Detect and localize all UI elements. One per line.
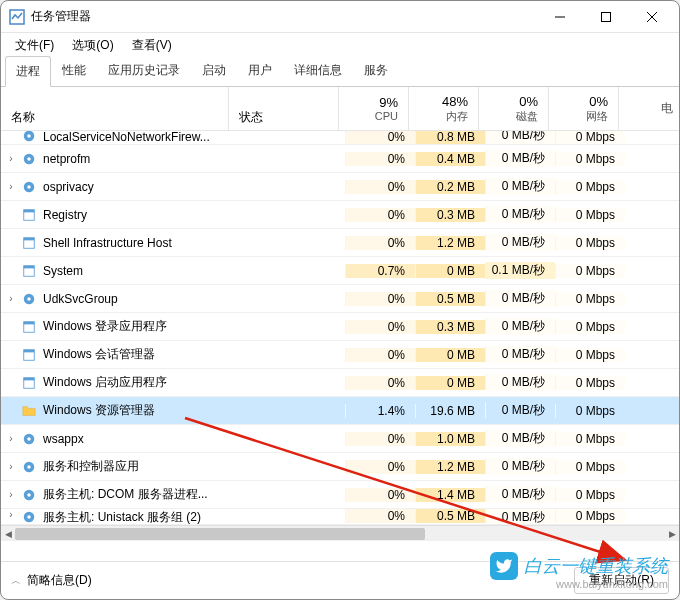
process-row[interactable]: ›netprofm0%0.4 MB0 MB/秒0 Mbps	[1, 145, 679, 173]
task-manager-window: 任务管理器 文件(F) 选项(O) 查看(V) 进程 性能 应用历史记录 启动 …	[0, 0, 680, 600]
svg-rect-12	[24, 209, 35, 212]
svg-point-26	[27, 437, 31, 441]
expander-icon[interactable]: ›	[1, 509, 21, 520]
disk-value: 0 MB/秒	[485, 509, 555, 525]
process-row[interactable]: ›osprivacy0%0.2 MB0 MB/秒0 Mbps	[1, 173, 679, 201]
close-button[interactable]	[629, 2, 675, 32]
minimize-button[interactable]	[537, 2, 583, 32]
process-name: 服务主机: Unistack 服务组 (2)	[43, 509, 235, 525]
svg-rect-20	[24, 321, 35, 324]
col-tail[interactable]: 电	[619, 87, 679, 130]
scroll-thumb[interactable]	[15, 528, 425, 540]
process-row[interactable]: ›服务和控制器应用0%1.2 MB0 MB/秒0 Mbps	[1, 453, 679, 481]
memory-value: 19.6 MB	[415, 404, 485, 418]
menubar: 文件(F) 选项(O) 查看(V)	[1, 33, 679, 57]
process-icon	[21, 487, 37, 503]
process-row[interactable]: Windows 资源管理器1.4%19.6 MB0 MB/秒0 Mbps	[1, 397, 679, 425]
col-cpu[interactable]: 9%CPU	[339, 87, 409, 130]
process-row[interactable]: Shell Infrastructure Host0%1.2 MB0 MB/秒0…	[1, 229, 679, 257]
tab-performance[interactable]: 性能	[51, 55, 97, 86]
tab-services[interactable]: 服务	[353, 55, 399, 86]
col-status[interactable]: 状态	[229, 87, 339, 130]
memory-value: 0.5 MB	[415, 509, 485, 523]
titlebar[interactable]: 任务管理器	[1, 1, 679, 33]
process-row[interactable]: ›服务主机: DCOM 服务器进程...0%1.4 MB0 MB/秒0 Mbps	[1, 481, 679, 509]
network-value: 0 Mbps	[555, 180, 625, 194]
disk-value: 0 MB/秒	[485, 346, 555, 363]
col-disk[interactable]: 0%磁盘	[479, 87, 549, 130]
cpu-value: 0%	[345, 348, 415, 362]
restart-button[interactable]: 重新启动(R)	[574, 567, 669, 594]
process-icon	[21, 403, 37, 419]
expander-icon[interactable]: ›	[1, 153, 21, 164]
process-row[interactable]: Windows 启动应用程序0%0 MB0 MB/秒0 Mbps	[1, 369, 679, 397]
network-value: 0 Mbps	[555, 320, 625, 334]
process-name: wsappx	[43, 432, 235, 446]
process-name: 服务和控制器应用	[43, 458, 235, 475]
network-value: 0 Mbps	[555, 509, 625, 523]
network-value: 0 Mbps	[555, 404, 625, 418]
expander-icon[interactable]: ›	[1, 293, 21, 304]
svg-rect-14	[24, 237, 35, 240]
process-name: LocalServiceNoNetworkFirew...	[43, 131, 235, 144]
memory-value: 0 MB	[415, 376, 485, 390]
network-value: 0 Mbps	[555, 152, 625, 166]
disk-value: 0.1 MB/秒	[485, 262, 555, 279]
process-icon	[21, 207, 37, 223]
process-row[interactable]: System0.7%0 MB0.1 MB/秒0 Mbps	[1, 257, 679, 285]
process-icon	[21, 319, 37, 335]
network-value: 0 Mbps	[555, 208, 625, 222]
expander-icon[interactable]: ›	[1, 461, 21, 472]
process-name: osprivacy	[43, 180, 235, 194]
svg-rect-16	[24, 265, 35, 268]
scroll-right-icon[interactable]: ▶	[665, 526, 679, 542]
memory-value: 1.2 MB	[415, 236, 485, 250]
disk-value: 0 MB/秒	[485, 131, 555, 144]
cpu-value: 0%	[345, 131, 415, 144]
tab-app-history[interactable]: 应用历史记录	[97, 55, 191, 86]
process-name: Windows 会话管理器	[43, 346, 235, 363]
col-name[interactable]: 名称	[1, 87, 229, 130]
horizontal-scrollbar[interactable]: ◀ ▶	[1, 525, 679, 541]
cpu-value: 0%	[345, 509, 415, 523]
cpu-value: 0%	[345, 488, 415, 502]
process-row[interactable]: ›服务主机: Unistack 服务组 (2)0%0.5 MB0 MB/秒0 M…	[1, 509, 679, 525]
process-name: Registry	[43, 208, 235, 222]
disk-value: 0 MB/秒	[485, 430, 555, 447]
tab-users[interactable]: 用户	[237, 55, 283, 86]
process-row[interactable]: LocalServiceNoNetworkFirew...0%0.8 MB0 M…	[1, 131, 679, 145]
col-network[interactable]: 0%网络	[549, 87, 619, 130]
memory-value: 1.2 MB	[415, 460, 485, 474]
menu-options[interactable]: 选项(O)	[64, 35, 121, 56]
svg-point-18	[27, 297, 31, 301]
tab-startup[interactable]: 启动	[191, 55, 237, 86]
tab-processes[interactable]: 进程	[5, 56, 51, 87]
process-row[interactable]: Windows 登录应用程序0%0.3 MB0 MB/秒0 Mbps	[1, 313, 679, 341]
menu-view[interactable]: 查看(V)	[124, 35, 180, 56]
column-headers: 名称 状态 9%CPU 48%内存 0%磁盘 0%网络 电	[1, 87, 679, 131]
process-icon	[21, 509, 37, 525]
window-title: 任务管理器	[31, 8, 537, 25]
process-name: Windows 资源管理器	[43, 402, 235, 419]
disk-value: 0 MB/秒	[485, 458, 555, 475]
process-icon	[21, 235, 37, 251]
process-row[interactable]: Windows 会话管理器0%0 MB0 MB/秒0 Mbps	[1, 341, 679, 369]
process-name: 服务主机: DCOM 服务器进程...	[43, 486, 235, 503]
process-row[interactable]: ›wsappx0%1.0 MB0 MB/秒0 Mbps	[1, 425, 679, 453]
memory-value: 0 MB	[415, 348, 485, 362]
cpu-value: 0%	[345, 208, 415, 222]
process-row[interactable]: ›UdkSvcGroup0%0.5 MB0 MB/秒0 Mbps	[1, 285, 679, 313]
col-memory[interactable]: 48%内存	[409, 87, 479, 130]
memory-value: 1.4 MB	[415, 488, 485, 502]
memory-value: 0.3 MB	[415, 208, 485, 222]
scroll-left-icon[interactable]: ◀	[1, 526, 15, 542]
expander-icon[interactable]: ›	[1, 489, 21, 500]
process-row[interactable]: Registry0%0.3 MB0 MB/秒0 Mbps	[1, 201, 679, 229]
expander-icon[interactable]: ›	[1, 181, 21, 192]
process-icon	[21, 431, 37, 447]
expander-icon[interactable]: ›	[1, 433, 21, 444]
maximize-button[interactable]	[583, 2, 629, 32]
menu-file[interactable]: 文件(F)	[7, 35, 62, 56]
fewer-details-button[interactable]: ︿ 简略信息(D)	[11, 572, 92, 589]
tab-details[interactable]: 详细信息	[283, 55, 353, 86]
